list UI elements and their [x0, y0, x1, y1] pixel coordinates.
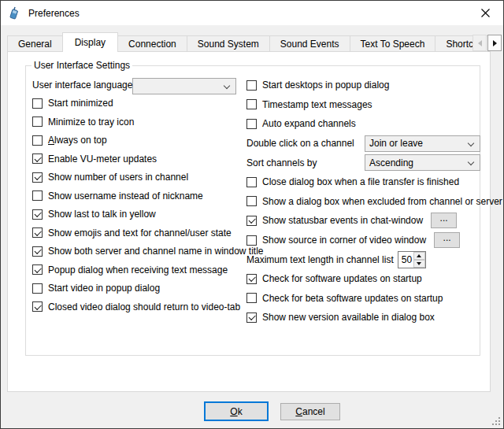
checkbox[interactable]: [246, 293, 257, 303]
checkbox[interactable]: [246, 274, 257, 284]
video-source-options-button[interactable]: ...: [434, 232, 460, 248]
checkbox-last-to-talk[interactable]: Show last to talk in yellow: [32, 205, 246, 224]
checkbox-auto-expand[interactable]: Auto expand channels: [246, 114, 480, 134]
language-row: User interface language: [32, 76, 246, 94]
resize-grip[interactable]: [491, 416, 501, 426]
arrow-right-icon: [493, 40, 497, 46]
checkbox[interactable]: [32, 135, 43, 146]
tab-text-to-speech[interactable]: Text To Speech: [350, 35, 436, 52]
checkbox-statusbar-events[interactable]: Show statusbar events in chat-window ...: [246, 211, 480, 231]
checkbox-closed-video-return[interactable]: Closed video dialog should return to vid…: [32, 298, 246, 316]
checkbox[interactable]: [32, 153, 43, 164]
left-column: User interface language Start minimized …: [32, 76, 246, 316]
checkbox-label: Show a dialog box when excluded from cha…: [262, 196, 502, 207]
teamtalk-app-icon: [8, 6, 21, 20]
sort-channels-label: Sort channels by: [246, 157, 365, 168]
statusbar-events-options-button[interactable]: ...: [431, 213, 457, 228]
checkbox-start-minimized[interactable]: Start minimized: [32, 94, 246, 113]
checkbox[interactable]: [246, 99, 257, 109]
checkbox-timestamp[interactable]: Timestamp text messages: [246, 95, 480, 115]
double-click-label: Double click on a channel: [246, 138, 365, 149]
checkbox-new-version-dialog[interactable]: Show new version available in dialog box: [246, 308, 480, 327]
title-bar: Preferences: [1, 1, 503, 25]
spin-up-button[interactable]: [413, 252, 425, 260]
checkbox[interactable]: [32, 264, 43, 275]
right-column: Start desktops in popup dialog Timestamp…: [246, 76, 480, 327]
checkbox[interactable]: [32, 98, 43, 109]
tab-general[interactable]: General: [7, 35, 63, 52]
checkbox-label: Enable VU-meter updates: [48, 153, 157, 165]
checkbox[interactable]: [246, 196, 257, 206]
spin-down-button[interactable]: [413, 260, 425, 268]
checkbox-label: Start desktops in popup dialog: [262, 80, 389, 91]
checkbox[interactable]: [32, 172, 43, 183]
checkbox-server-channel-title[interactable]: Show both server and channel name in win…: [32, 242, 246, 261]
checkbox[interactable]: [246, 119, 257, 129]
checkbox-minimize-to-tray[interactable]: Minimize to tray icon: [32, 113, 246, 131]
checkbox[interactable]: [32, 227, 43, 238]
spinner-buttons: [413, 252, 425, 268]
checkbox[interactable]: [246, 216, 257, 226]
checkbox[interactable]: [32, 209, 43, 220]
window-title: Preferences: [28, 8, 80, 19]
checkbox-label: Closed video dialog should return to vid…: [48, 301, 240, 313]
checkbox-label: Timestamp text messages: [262, 99, 372, 110]
checkbox-vu-meter[interactable]: Enable VU-meter updates: [32, 150, 246, 168]
tab-bar: General Display Connection Sound System …: [7, 32, 491, 52]
group-title: User Interface Settings: [32, 60, 132, 71]
checkbox[interactable]: [246, 177, 257, 187]
checkbox-always-on-top[interactable]: Always on top: [32, 131, 246, 150]
checkbox[interactable]: [32, 190, 43, 201]
tab-scroll-left-button[interactable]: [472, 35, 487, 51]
tab-sound-events[interactable]: Sound Events: [269, 35, 350, 52]
language-label: User interface language: [32, 80, 132, 91]
checkbox[interactable]: [246, 235, 257, 246]
arrow-left-icon: [478, 40, 482, 46]
checkbox-video-popup[interactable]: Start video in popup dialog: [32, 279, 246, 298]
checkbox-desktops-popup[interactable]: Start desktops in popup dialog: [246, 76, 480, 95]
arrow-up-icon: [417, 254, 421, 257]
double-click-select[interactable]: Join or leave: [365, 135, 480, 152]
checkbox[interactable]: [32, 283, 43, 294]
chevron-down-icon: [468, 139, 474, 146]
checkbox[interactable]: [32, 301, 43, 312]
checkbox-show-user-count[interactable]: Show number of users in channel: [32, 168, 246, 187]
display-tab-page: User Interface Settings User interface l…: [7, 51, 491, 392]
checkbox[interactable]: [246, 313, 257, 323]
tab-scroll-right-button[interactable]: [487, 35, 502, 51]
checkbox-label: Show source in corner of video window: [262, 235, 426, 246]
sort-channels-select[interactable]: Ascending: [365, 154, 480, 171]
checkbox-close-on-transfer[interactable]: Close dialog box when a file transfer is…: [246, 172, 480, 192]
user-interface-settings-group: User Interface Settings User interface l…: [25, 65, 480, 356]
checkbox-label: Start minimized: [48, 98, 113, 109]
checkbox-label: Popup dialog when receiving text message: [48, 264, 228, 276]
checkbox-check-beta-updates[interactable]: Check for beta software updates on start…: [246, 289, 480, 309]
checkbox-label: Show emojis and text for channel/user st…: [48, 227, 232, 239]
ok-button[interactable]: Ok: [204, 401, 269, 421]
max-text-length-spinner[interactable]: 50: [398, 251, 426, 268]
chevron-down-icon: [468, 159, 474, 165]
tab-sound-system[interactable]: Sound System: [187, 35, 270, 52]
checkbox-video-source-corner[interactable]: Show source in corner of video window ..…: [246, 231, 480, 250]
tab-display[interactable]: Display: [62, 32, 118, 52]
checkbox[interactable]: [32, 116, 43, 127]
checkbox-label: Always on top: [48, 135, 107, 146]
checkbox-show-username[interactable]: Show username instead of nickname: [32, 187, 246, 205]
checkbox-label: Start video in popup dialog: [48, 283, 160, 294]
checkbox-label: Show username instead of nickname: [48, 190, 203, 202]
checkbox[interactable]: [246, 80, 257, 91]
checkbox-popup-text-message[interactable]: Popup dialog when receiving text message: [32, 261, 246, 279]
checkbox[interactable]: [32, 246, 43, 257]
cancel-button[interactable]: Cancel: [280, 403, 340, 420]
close-button[interactable]: [468, 1, 503, 24]
checkbox-label: Show last to talk in yellow: [48, 209, 156, 220]
checkbox-emojis[interactable]: Show emojis and text for channel/user st…: [32, 224, 246, 242]
checkbox-check-updates[interactable]: Check for software updates on startup: [246, 269, 480, 289]
close-icon: [481, 9, 490, 17]
max-text-length-label: Maximum text length in channel list: [246, 254, 394, 265]
tab-connection[interactable]: Connection: [117, 35, 187, 52]
checkbox-excluded-dialog[interactable]: Show a dialog box when excluded from cha…: [246, 192, 480, 212]
checkbox-label: Show new version available in dialog box: [262, 312, 435, 323]
spinner-value: 50: [398, 252, 413, 268]
checkbox-label: Close dialog box when a file transfer is…: [262, 176, 459, 187]
